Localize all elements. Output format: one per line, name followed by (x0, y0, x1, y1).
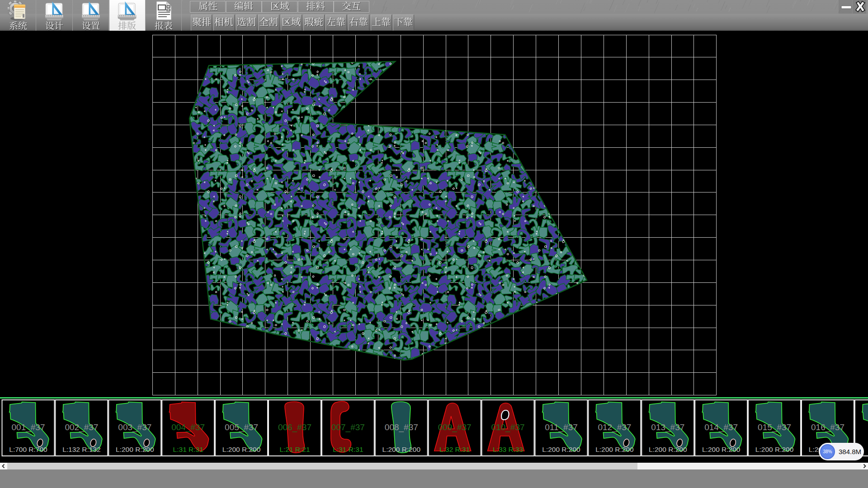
svg-text:L:200 R:200: L:200 R:200 (542, 446, 580, 453)
svg-text:007_#37: 007_#37 (331, 422, 365, 432)
svg-text:008_#37: 008_#37 (385, 422, 418, 432)
svg-text:016_#37: 016_#37 (811, 422, 844, 432)
svg-text:L:200 R:200: L:200 R:200 (382, 446, 421, 453)
svg-text:013_#37: 013_#37 (651, 422, 684, 432)
svg-text:L:132 R:132: L:132 R:132 (62, 446, 100, 453)
svg-text:005_#37: 005_#37 (225, 422, 258, 432)
svg-text:001_#37: 001_#37 (12, 422, 45, 432)
svg-text:L:31 R:31: L:31 R:31 (333, 446, 363, 453)
svg-text:L:32 R:31: L:32 R:31 (439, 446, 470, 453)
svg-text:L:700 R:700: L:700 R:700 (9, 446, 47, 453)
svg-text:L:33 R:33: L:33 R:33 (493, 446, 523, 453)
svg-text:L:21 R:21: L:21 R:21 (279, 446, 310, 453)
svg-text:010_#37: 010_#37 (491, 422, 525, 432)
svg-text:L:31 R:31: L:31 R:31 (173, 446, 203, 453)
svg-text:011_#37: 011_#37 (545, 422, 578, 432)
svg-text:L:200 R:200: L:200 R:200 (702, 446, 741, 453)
svg-text:L:200 R:200: L:200 R:200 (755, 446, 794, 453)
svg-text:015_#37: 015_#37 (758, 422, 791, 432)
svg-text:004_#37: 004_#37 (171, 422, 205, 432)
svg-text:012_#37: 012_#37 (598, 422, 631, 432)
svg-text:006_#37: 006_#37 (278, 422, 311, 432)
svg-text:L:200 R:200: L:200 R:200 (649, 446, 687, 453)
svg-text:003_#37: 003_#37 (118, 422, 151, 432)
svg-text:L:200 R:200: L:200 R:200 (222, 446, 261, 453)
svg-text:L:200 R:200: L:200 R:200 (595, 446, 634, 453)
svg-text:009_#37: 009_#37 (438, 422, 472, 432)
svg-text:002_#37: 002_#37 (65, 422, 98, 432)
svg-text:L:200 R:200: L:200 R:200 (116, 446, 154, 453)
svg-text:014_#37: 014_#37 (704, 422, 738, 432)
